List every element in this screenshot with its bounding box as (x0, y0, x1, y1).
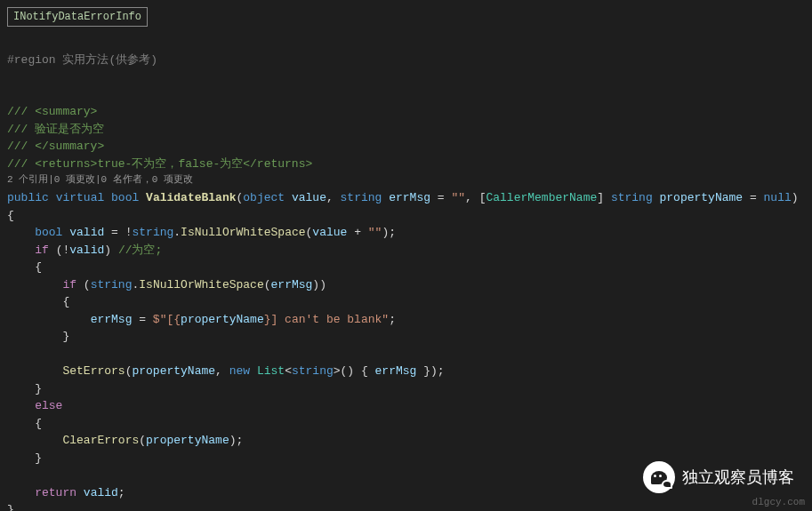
brace: } (7, 328, 805, 346)
code-line: if (!valid) //为空; (7, 242, 805, 259)
brace: { (7, 415, 805, 433)
brace: { (7, 293, 805, 311)
watermark-url: dlgcy.com (752, 495, 805, 510)
method-signature: public virtual bool ValidateBlank(object… (7, 189, 805, 207)
code-line: SetErrors(propertyName, new List<string>… (7, 363, 805, 380)
region-directive: #region 实用方法(供参考) (7, 52, 805, 69)
wechat-icon (643, 461, 675, 493)
code-line: else (7, 397, 805, 415)
blank-line (7, 86, 805, 104)
doc-comment: /// 验证是否为空 (7, 121, 805, 139)
watermark: 独立观察员博客 (643, 461, 794, 493)
doc-comment: /// <summary> (7, 103, 805, 121)
code-line: errMsg = $"[{propertyName}] can't be bla… (7, 311, 805, 329)
code-line: bool valid = !string.IsNullOrWhiteSpace(… (7, 224, 805, 242)
doc-comment: /// </summary> (7, 138, 805, 156)
blank-line (7, 34, 805, 52)
interface-reference[interactable]: INotifyDataErrorInfo (7, 7, 148, 27)
brace: { (7, 259, 805, 276)
brace: } (7, 380, 805, 398)
blank-line (7, 346, 805, 363)
doc-comment: /// <returns>true-不为空，false-为空</returns> (7, 156, 805, 173)
brace: { (7, 207, 805, 225)
watermark-text: 独立观察员博客 (682, 466, 794, 490)
brace: } (7, 501, 805, 511)
code-line: ClearErrors(propertyName); (7, 432, 805, 450)
codelens-info[interactable]: 2 个引用|0 项更改|0 名作者，0 项更改 (7, 172, 805, 189)
code-line: if (string.IsNullOrWhiteSpace(errMsg)) (7, 276, 805, 294)
blank-line (7, 68, 805, 86)
